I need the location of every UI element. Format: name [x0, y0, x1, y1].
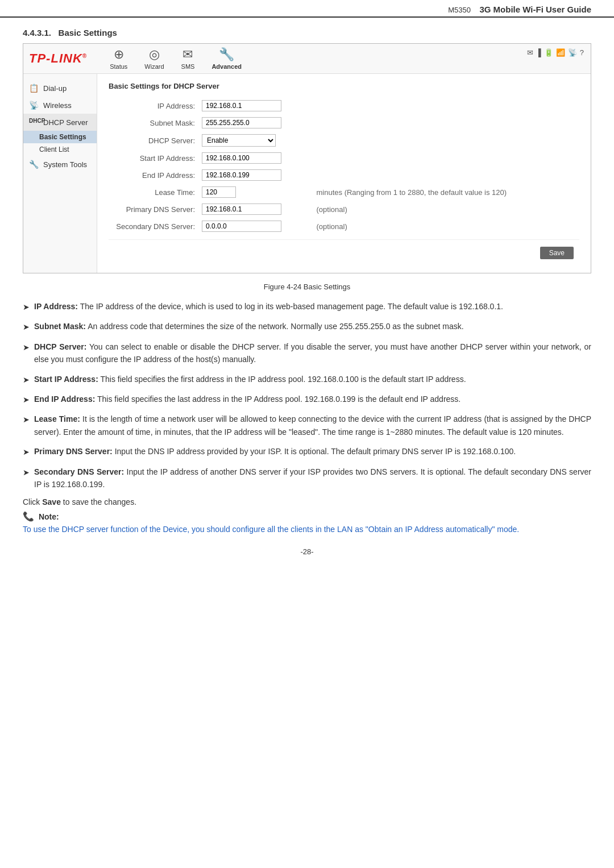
end-ip-row: End IP Address: — [109, 167, 579, 184]
tp-link-logo: TP-LINK® — [29, 51, 87, 66]
bullet-arrow-5: ➤ — [23, 393, 30, 406]
dialup-label: Dial-up — [43, 84, 67, 93]
note-header: 📞 Note: — [23, 511, 591, 522]
subnet-mask-field — [200, 114, 314, 131]
nav-icons: ⊕ Status ◎ Wizard ✉ SMS 🔧 Advanced — [110, 47, 242, 70]
wireless-label: Wireless — [43, 101, 72, 110]
advanced-label: Advanced — [211, 63, 242, 70]
sidebar-item-dialup[interactable]: 📋 Dial-up — [23, 80, 97, 97]
nav-advanced[interactable]: 🔧 Advanced — [211, 47, 242, 70]
main-panel: Basic Settings for DHCP Server IP Addres… — [97, 74, 591, 273]
bullet-text-6: It is the length of time a network user … — [34, 414, 591, 436]
save-button[interactable]: Save — [540, 247, 574, 259]
bullet-start-ip: ➤ Start IP Address: This field specifies… — [23, 373, 591, 386]
wifi-icon: 📶 — [556, 48, 565, 57]
save-row: Save — [109, 239, 579, 265]
help-icon[interactable]: ? — [580, 48, 584, 57]
lease-time-field — [200, 184, 314, 201]
bullet-bold-8: Secondary DNS Server: — [34, 467, 124, 476]
bullet-bold-5: End IP Address: — [34, 394, 95, 404]
sidebar-item-dhcp[interactable]: DHCP DHCP Server — [23, 114, 97, 131]
bullet-arrow-4: ➤ — [23, 373, 30, 386]
note-text: To use the DHCP server function of the D… — [23, 523, 591, 535]
lease-time-note: minutes (Ranging from 1 to 2880, the def… — [314, 184, 579, 201]
basic-settings-sub-label: Basic Settings — [39, 133, 86, 141]
subnet-mask-label: Subnet Mask: — [109, 114, 200, 131]
body-text: ➤ IP Address: The IP address of the devi… — [23, 300, 591, 536]
note-label: Note: — [39, 512, 59, 521]
dhcp-label: DHCP Server — [43, 118, 88, 127]
dialup-icon: 📋 — [29, 84, 40, 93]
dhcp-server-label: DHCP Server: — [109, 131, 200, 149]
nav-wizard[interactable]: ◎ Wizard — [144, 47, 164, 70]
dhcp-server-row: DHCP Server: Enable Disable — [109, 131, 579, 149]
sidebar-item-system-tools[interactable]: 🔧 System Tools — [23, 156, 97, 173]
status-icons-bar: ✉ ▐ 🔋 📶 📡 ? — [527, 48, 584, 57]
sidebar-item-wireless[interactable]: 📡 Wireless — [23, 97, 97, 114]
ip-address-label: IP Address: — [109, 97, 200, 114]
ip-address-row: IP Address: — [109, 97, 579, 114]
bullet-text-4: This field specifies the first address i… — [100, 375, 466, 384]
start-ip-row: Start IP Address: — [109, 149, 579, 167]
lease-time-input[interactable] — [202, 186, 236, 198]
bullet-bold-7: Primary DNS Server: — [34, 447, 113, 456]
start-ip-input[interactable] — [202, 152, 281, 164]
subnet-mask-input[interactable] — [202, 117, 281, 128]
secondary-dns-field — [200, 218, 314, 235]
secondary-dns-input[interactable] — [202, 221, 281, 232]
primary-dns-field — [200, 201, 314, 218]
sidebar-sub-basic-settings[interactable]: Basic Settings — [23, 131, 97, 143]
page-header: M5350 3G Mobile Wi-Fi User Guide — [0, 0, 614, 18]
bullet-text-2: An address code that determines the size… — [88, 322, 464, 331]
status-icon: ⊕ — [114, 47, 124, 62]
primary-dns-input[interactable] — [202, 203, 281, 215]
ip-address-input[interactable] — [202, 100, 281, 111]
start-ip-label: Start IP Address: — [109, 149, 200, 167]
start-ip-field — [200, 149, 314, 167]
wizard-label: Wizard — [144, 63, 164, 70]
battery-icon: 🔋 — [544, 48, 553, 57]
dhcp-server-field: Enable Disable — [200, 131, 314, 149]
bullet-ip-address: ➤ IP Address: The IP address of the devi… — [23, 300, 591, 313]
dhcp-icon: DHCP — [29, 118, 40, 127]
nav-sms[interactable]: ✉ SMS — [181, 47, 195, 70]
secondary-dns-note: (optional) — [314, 218, 579, 235]
connection-icon: 📡 — [568, 48, 577, 57]
system-tools-icon: 🔧 — [29, 160, 40, 169]
nav-status[interactable]: ⊕ Status — [110, 47, 127, 70]
advanced-icon: 🔧 — [219, 47, 234, 62]
sidebar: 📋 Dial-up 📡 Wireless DHCP DHCP Server Ba… — [23, 74, 97, 273]
bullet-lease-time: ➤ Lease Time: It is the length of time a… — [23, 413, 591, 438]
bullet-arrow-2: ➤ — [23, 321, 30, 333]
click-save-line: Click Save to save the changes. — [23, 497, 591, 506]
sidebar-sub-client-list[interactable]: Client List — [23, 143, 97, 156]
lease-time-row: Lease Time: minutes (Ranging from 1 to 2… — [109, 184, 579, 201]
note-icon: 📞 — [23, 512, 34, 521]
section-title: 4.4.3.1. Basic Settings — [23, 28, 591, 38]
bullet-arrow-1: ➤ — [23, 301, 30, 313]
end-ip-input[interactable] — [202, 169, 281, 181]
primary-dns-row: Primary DNS Server: (optional) — [109, 201, 579, 218]
dhcp-server-select[interactable]: Enable Disable — [202, 134, 276, 147]
bullet-end-ip: ➤ End IP Address: This field specifies t… — [23, 393, 591, 406]
system-tools-label: System Tools — [43, 160, 87, 169]
ui-frame: TP-LINK® ⊕ Status ◎ Wizard ✉ SMS 🔧 Advan… — [23, 43, 591, 273]
wizard-icon: ◎ — [149, 47, 160, 62]
bullet-secondary-dns: ➤ Secondary DNS Server: Input the IP add… — [23, 466, 591, 491]
mail-status-icon: ✉ — [527, 48, 533, 57]
bullet-bold-1: IP Address: — [34, 302, 78, 311]
end-ip-field — [200, 167, 314, 184]
page-number: -28- — [0, 547, 614, 556]
primary-dns-note: (optional) — [314, 201, 579, 218]
guide-title: 3G Mobile Wi-Fi User Guide — [479, 5, 591, 14]
bullet-bold-3: DHCP Server: — [34, 342, 86, 351]
bullet-primary-dns: ➤ Primary DNS Server: Input the DNS IP a… — [23, 445, 591, 458]
sms-label: SMS — [181, 63, 195, 70]
note-section: 📞 Note: To use the DHCP server function … — [23, 511, 591, 535]
subnet-mask-row: Subnet Mask: — [109, 114, 579, 131]
content-area: 📋 Dial-up 📡 Wireless DHCP DHCP Server Ba… — [23, 74, 591, 273]
signal-icon: ▐ — [536, 48, 541, 57]
bullet-bold-2: Subnet Mask: — [34, 322, 86, 331]
bullet-arrow-8: ➤ — [23, 466, 30, 491]
bullet-subnet-mask: ➤ Subnet Mask: An address code that dete… — [23, 320, 591, 333]
